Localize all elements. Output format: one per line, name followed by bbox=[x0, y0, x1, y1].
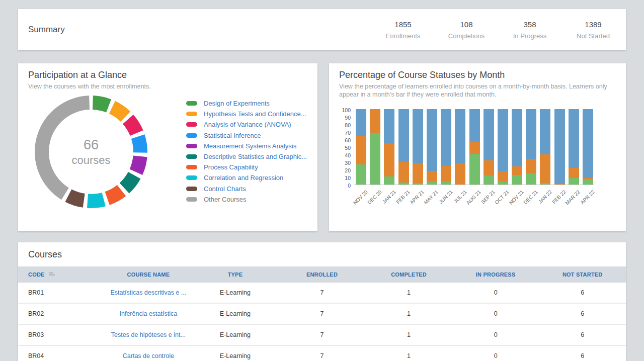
column-header-type[interactable]: TYPE bbox=[192, 272, 279, 278]
bar-segment-in-progress bbox=[370, 109, 380, 133]
legend-swatch bbox=[186, 144, 197, 148]
x-tick-label: NOV 20 bbox=[352, 189, 368, 206]
stacked-bar-oct-21 bbox=[498, 109, 508, 185]
bar-segment-not-started bbox=[526, 109, 536, 159]
x-tick-label: DEC 21 bbox=[522, 189, 539, 206]
summary-card: Summary 1855Enrollments108Completions358… bbox=[18, 9, 626, 50]
stacked-bar-jan-22 bbox=[540, 109, 550, 185]
column-header-label: COURSE NAME bbox=[127, 272, 170, 278]
bar-segment-in-progress bbox=[413, 163, 423, 183]
legend-swatch bbox=[186, 133, 197, 138]
legend-swatch bbox=[186, 154, 197, 159]
summary-stat-in-progress: 358In Progress bbox=[498, 20, 561, 40]
column-header-in-progress[interactable]: IN PROGRESS bbox=[452, 272, 539, 278]
x-tick-label: MAY 21 bbox=[423, 189, 439, 205]
y-tick-label: 40 bbox=[338, 152, 351, 158]
cell-course-name[interactable]: Testes de hipóteses e int... bbox=[105, 331, 192, 338]
cell-type: E-Learning bbox=[192, 289, 279, 296]
courses-panel: Courses CODECOURSE NAMETYPEENROLLEDCOMPL… bbox=[18, 242, 626, 361]
bar-segment-in-progress bbox=[526, 159, 536, 173]
cell-not-started: 6 bbox=[539, 289, 626, 296]
summary-stats: 1855Enrollments108Completions358In Progr… bbox=[371, 9, 625, 50]
donut-legend-item[interactable]: Correlation and Regression bbox=[186, 172, 307, 183]
donut-legend-item[interactable]: Analysis of Variance (ANOVA) bbox=[186, 119, 307, 130]
stacked-bar-apr-22 bbox=[583, 109, 593, 185]
legend-label: Statistical Inference bbox=[204, 132, 261, 139]
cell-course-name[interactable]: Inferência estatística bbox=[105, 310, 192, 317]
cell-in-progress: 0 bbox=[452, 310, 539, 317]
column-header-course-name[interactable]: COURSE NAME bbox=[105, 272, 192, 278]
legend-swatch bbox=[186, 165, 197, 169]
donut-segment bbox=[131, 134, 147, 153]
cell-not-started: 6 bbox=[539, 310, 626, 317]
cell-in-progress: 0 bbox=[452, 352, 539, 359]
stacked-bar-mar-22 bbox=[569, 109, 579, 185]
column-header-label: ENROLLED bbox=[306, 272, 338, 278]
participation-panel: Participation at a Glance View the cours… bbox=[18, 63, 317, 231]
donut-legend-item[interactable]: Design of Experiments bbox=[186, 98, 307, 109]
summary-stat-enrollments: 1855Enrollments bbox=[371, 20, 435, 40]
stat-label: In Progress bbox=[498, 32, 561, 40]
donut-legend-item[interactable]: Statistical Inference bbox=[186, 130, 307, 141]
bar-segment-completed bbox=[540, 183, 550, 185]
cell-enrolled: 7 bbox=[279, 352, 366, 359]
donut-legend-item[interactable]: Process Capability bbox=[186, 162, 307, 172]
y-tick-label: 70 bbox=[338, 130, 351, 136]
bar-segment-not-started bbox=[512, 109, 522, 166]
donut-legend-item[interactable]: Hypothesis Tests and Confidence... bbox=[186, 109, 307, 119]
bar-segment-completed bbox=[384, 176, 394, 185]
x-tick-label: MAR 22 bbox=[565, 189, 581, 206]
bar-segment-not-started bbox=[398, 109, 409, 162]
bar-segment-in-progress bbox=[540, 154, 550, 183]
column-header-code[interactable]: CODE bbox=[18, 272, 105, 278]
bar-segment-completed bbox=[583, 179, 593, 185]
legend-label: Control Charts bbox=[204, 185, 246, 193]
stacked-bar-jul-21 bbox=[455, 109, 465, 185]
donut-legend-item[interactable]: Control Charts bbox=[186, 184, 307, 194]
column-header-enrolled[interactable]: ENROLLED bbox=[279, 272, 366, 278]
x-tick-label: AUG 21 bbox=[465, 189, 482, 206]
x-tick-label: APR 22 bbox=[579, 189, 595, 205]
column-header-label: NOT STARTED bbox=[562, 272, 603, 278]
donut-legend-item[interactable]: Descriptive Statistics and Graphic... bbox=[186, 151, 307, 162]
sort-icon[interactable] bbox=[48, 272, 55, 278]
cell-completed: 1 bbox=[365, 289, 452, 296]
donut-center-label: courses bbox=[71, 154, 110, 166]
bar-segment-in-progress bbox=[455, 163, 465, 185]
bar-segment-not-started bbox=[583, 109, 593, 178]
column-header-label: COMPLETED bbox=[391, 272, 427, 278]
donut-chart: 66 courses bbox=[31, 92, 151, 212]
bar-segment-not-started bbox=[413, 109, 423, 163]
legend-swatch bbox=[186, 122, 197, 127]
bar-segment-completed bbox=[569, 178, 579, 185]
cell-type: E-Learning bbox=[192, 352, 279, 359]
bar-segment-not-started bbox=[540, 109, 550, 154]
y-tick-label: 0 bbox=[338, 183, 351, 189]
donut-segment bbox=[87, 193, 106, 208]
x-tick-label: JUN 21 bbox=[438, 189, 453, 205]
column-header-completed[interactable]: COMPLETED bbox=[365, 272, 452, 278]
cell-code: BR01 bbox=[18, 289, 105, 296]
y-tick-label: 30 bbox=[338, 160, 351, 166]
bar-segment-completed bbox=[498, 182, 508, 185]
stat-value: 1855 bbox=[371, 20, 435, 29]
donut-legend-item[interactable]: Measurement Systems Analysis bbox=[186, 141, 307, 151]
stacked-bar-jun-21 bbox=[441, 109, 451, 185]
bar-segment-completed bbox=[413, 183, 423, 185]
stacked-bar-apr-21 bbox=[413, 109, 423, 185]
summary-stat-completions: 108Completions bbox=[435, 20, 498, 40]
cell-course-name[interactable]: Cartas de controle bbox=[105, 352, 192, 359]
cell-course-name[interactable]: Estatísticas descritivas e ... bbox=[105, 289, 192, 296]
donut-segment bbox=[93, 96, 111, 113]
y-tick-label: 10 bbox=[338, 175, 351, 181]
cell-not-started: 6 bbox=[539, 352, 626, 359]
stacked-bar-may-21 bbox=[427, 109, 437, 185]
column-header-not-started[interactable]: NOT STARTED bbox=[539, 272, 626, 278]
cell-code: BR03 bbox=[18, 331, 105, 338]
bar-segment-completed bbox=[398, 183, 409, 185]
stat-label: Completions bbox=[435, 32, 498, 40]
column-header-label: IN PROGRESS bbox=[476, 272, 516, 278]
x-tick-label: JAN 22 bbox=[537, 189, 553, 205]
x-tick-label: JAN 21 bbox=[381, 189, 397, 205]
donut-segment bbox=[109, 101, 130, 122]
